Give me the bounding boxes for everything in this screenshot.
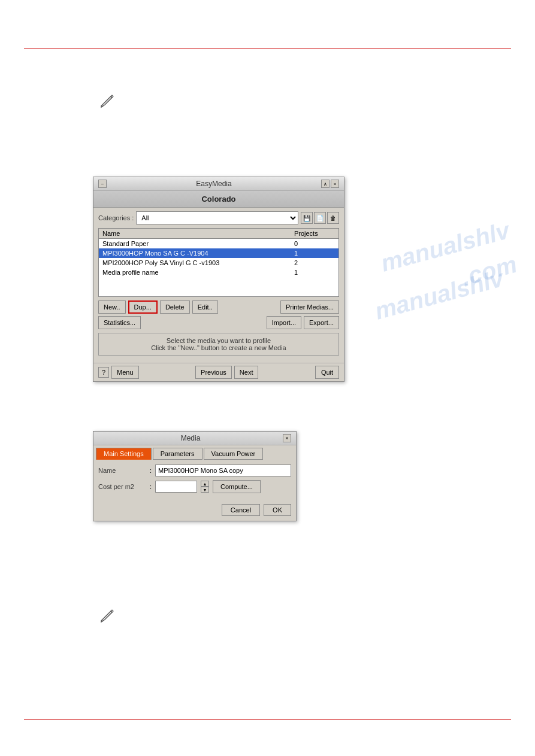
info-text-line1: Select the media you want to profile (102, 337, 335, 344)
help-button[interactable]: ? (98, 367, 109, 378)
minimize-btn[interactable]: − (98, 180, 107, 188)
import-button[interactable]: Import... (267, 316, 301, 329)
categories-row: Categories : All 💾 📄 🗑 (98, 211, 339, 224)
cat-new-icon[interactable]: 📄 (314, 212, 326, 224)
dup-button[interactable]: Dup... (128, 300, 158, 314)
bottom-divider (24, 719, 511, 720)
categories-label: Categories : (98, 214, 134, 221)
media-table: Name Projects Standard Paper 0 MPI3000HO… (98, 228, 339, 297)
watermark-line2: .com (458, 251, 519, 292)
quit-button[interactable]: Quit (315, 366, 339, 379)
media-titlebar: Media × (93, 432, 296, 445)
printer-medias-button[interactable]: Printer Medias... (280, 300, 339, 314)
menu-button[interactable]: Menu (111, 366, 139, 379)
name-input[interactable] (155, 464, 291, 476)
action-buttons-row2: Statistics... Import... Export... (98, 316, 339, 329)
spinner-up-btn[interactable]: ▲ (201, 481, 209, 487)
easy-media-dialog: − EasyMedia ∧ × Colorado Categories : Al… (93, 177, 344, 382)
row-name: Media profile name (99, 268, 291, 277)
compute-button[interactable]: Compute... (213, 480, 261, 493)
previous-button[interactable]: Previous (195, 366, 232, 379)
table-row[interactable]: Media profile name 1 (99, 268, 339, 277)
new-button[interactable]: New.. (98, 300, 126, 314)
spinner-down-btn[interactable]: ▼ (201, 487, 209, 493)
export-button[interactable]: Export... (304, 316, 339, 329)
table-row[interactable]: Standard Paper 0 (99, 239, 339, 249)
statistics-button[interactable]: Statistics... (98, 316, 141, 329)
row-projects: 1 (291, 248, 339, 258)
name-label: Name (98, 467, 146, 474)
table-row-empty (99, 277, 339, 287)
media-form-area: Name : Cost per m2 : ▲ ▼ Compute... (93, 460, 296, 502)
name-row: Name : (98, 464, 291, 476)
titlebar-close-btn[interactable]: × (331, 180, 339, 188)
cat-save-icon[interactable]: 💾 (301, 212, 313, 224)
table-row[interactable]: MPI3000HOP Mono SA G C -V1904 1 (99, 248, 339, 258)
easy-media-body: Categories : All 💾 📄 🗑 Name Projects Sta… (93, 208, 344, 363)
col-projects: Projects (291, 229, 339, 239)
row-name: Standard Paper (99, 239, 291, 249)
titlebar-controls: ∧ × (321, 180, 339, 188)
row-projects: 0 (291, 239, 339, 249)
col-name: Name (99, 229, 291, 239)
next-button[interactable]: Next (234, 366, 259, 379)
table-row-empty (99, 287, 339, 297)
cost-row: Cost per m2 : ▲ ▼ Compute... (98, 480, 291, 493)
row-projects: 2 (291, 258, 339, 268)
pencil-icon-2 (99, 608, 116, 626)
categories-select[interactable]: All (136, 211, 298, 224)
cat-delete-icon[interactable]: 🗑 (327, 212, 339, 224)
info-text-line2: Click the "New.." button to create a new… (102, 344, 335, 351)
pencil-icon-1 (99, 93, 116, 111)
tabs-row: Main Settings Parameters Vacuum Power (93, 445, 296, 460)
watermark-line3: manualshlv (372, 265, 506, 324)
easy-media-bottom-bar: ? Menu Previous Next Quit (93, 363, 344, 381)
ok-button[interactable]: OK (264, 504, 291, 516)
action-buttons-row1: New.. Dup... Delete Edit.. Printer Media… (98, 300, 339, 314)
tab-main-settings[interactable]: Main Settings (96, 448, 152, 460)
media-close-btn[interactable]: × (283, 434, 291, 442)
row-name: MPI3000HOP Mono SA G C -V1904 (99, 248, 291, 258)
table-row[interactable]: MPI2000HOP Poly SA Vinyl G C -v1903 2 (99, 258, 339, 268)
edit-button[interactable]: Edit.. (192, 300, 218, 314)
cost-spinner: ▲ ▼ (201, 481, 209, 493)
cost-input[interactable] (155, 481, 197, 493)
row-name: MPI2000HOP Poly SA Vinyl G C -v1903 (99, 258, 291, 268)
easy-media-header: Colorado (93, 191, 344, 208)
media-dialog-footer: Cancel OK (93, 502, 296, 521)
tab-vacuum-power[interactable]: Vacuum Power (204, 448, 264, 460)
watermark-line1: manualshlv (378, 217, 512, 277)
cancel-button[interactable]: Cancel (222, 504, 260, 516)
media-dialog-title: Media (98, 434, 283, 442)
easy-media-titlebar: − EasyMedia ∧ × (93, 177, 344, 191)
row-projects: 1 (291, 268, 339, 277)
info-box: Select the media you want to profile Cli… (98, 333, 339, 356)
cost-label: Cost per m2 (98, 483, 146, 490)
categories-icons: 💾 📄 🗑 (301, 212, 339, 224)
titlebar-collapse-btn[interactable]: ∧ (321, 180, 330, 188)
tab-parameters[interactable]: Parameters (153, 448, 202, 460)
media-dialog: Media × Main Settings Parameters Vacuum … (93, 431, 297, 521)
top-divider (24, 48, 511, 48)
easy-media-title: EasyMedia (107, 180, 321, 188)
delete-button[interactable]: Delete (160, 300, 190, 314)
